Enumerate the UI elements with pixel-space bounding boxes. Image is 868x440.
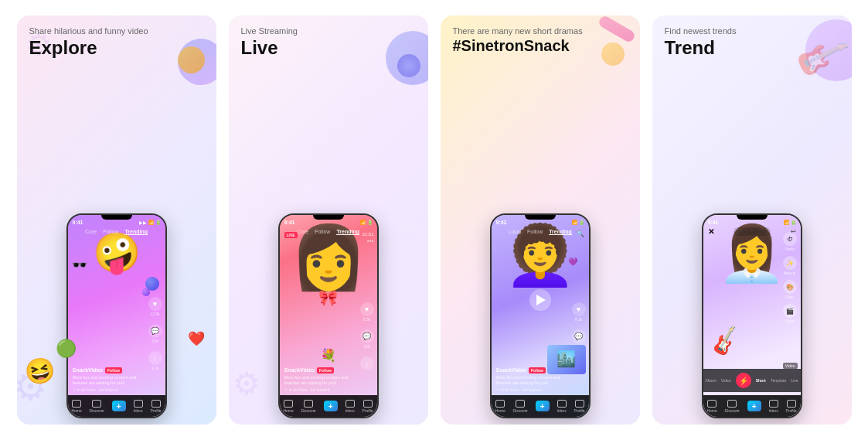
desc-explore: More fun and exciting content and featur… xyxy=(73,375,142,386)
live-badge: LIVE xyxy=(284,232,298,238)
phone-live: 👩 🎀 💐 9:41 📶 🔋 xyxy=(278,213,379,418)
option-video[interactable]: Video xyxy=(721,378,731,383)
live-viewers: ●●● xyxy=(366,238,373,243)
status-time: 9:41 xyxy=(73,220,83,225)
card-sinetron-subtitle: There are many new short dramas xyxy=(453,26,628,36)
glasses-emoji: 🕶️ xyxy=(72,258,87,272)
play-button-sinetron[interactable] xyxy=(529,289,551,311)
side-actions-explore: ♥ 12.3k 💬 234 ↓ 1.2k xyxy=(148,297,162,370)
option-live[interactable]: Live xyxy=(791,378,798,383)
card-trend-title: Trend xyxy=(665,37,839,59)
music-explore: ♫ in air flows · old leopard xyxy=(73,387,142,392)
phone-sinetron: 👩‍🦱 💜 9:41 📶 🔋 Local Foll xyxy=(490,213,591,418)
card-sinetron: There are many new short dramas #Sinetro… xyxy=(441,15,640,425)
search-icon[interactable]: 🔍 xyxy=(577,230,584,237)
record-button[interactable]: ⚡ xyxy=(736,373,751,388)
card-explore: ⚙ ⚙ Share hilarious and funny video Expl… xyxy=(17,15,216,425)
status-time-live: 9:41 xyxy=(284,220,295,225)
card-explore-subtitle: Share hilarious and funny video xyxy=(29,26,204,36)
option-template[interactable]: Template xyxy=(771,378,786,383)
live-timer: 21:51 xyxy=(362,232,373,237)
phone-explore: 🤪 🕶️ 9:41 ▶▶ 📶 🔋 xyxy=(66,213,167,418)
mini-video-thumbnail: 🏙️ xyxy=(547,345,586,374)
record-bar: Album Video ⚡ Short Template Live xyxy=(703,369,801,392)
card-sinetron-title: #SinetronSnack xyxy=(453,37,628,55)
nav-bar-explore: Home Discover + Inbox Profile xyxy=(68,395,165,417)
card-live-subtitle: Live Streaming xyxy=(241,26,416,36)
close-btn[interactable]: ✕ xyxy=(708,227,714,236)
card-explore-title: Explore xyxy=(29,37,204,59)
add-music-btn[interactable]: ♪ Add Music xyxy=(734,227,771,236)
phone-trend: 👩‍💼 🎸 9:41 📶 🔋 ✕ xyxy=(702,213,802,418)
username-explore: SnackVideo xyxy=(73,367,104,373)
card-trend: 🎸 Find newest trends Trend 👩‍💼 🎸 xyxy=(652,15,852,425)
phone-tabs-explore: Core Follow Trending xyxy=(68,229,165,235)
option-album[interactable]: Album xyxy=(706,378,717,383)
person-emoji: 🤪 xyxy=(93,230,141,275)
card-live: ⚙ Live Streaming Live 👩 🎀 💐 xyxy=(229,15,428,425)
user-info-explore: SnackVideo Follow More fun and exciting … xyxy=(73,367,142,392)
video-label-badge: Video xyxy=(783,363,798,369)
follow-btn-sinetron[interactable]: Follow xyxy=(529,367,546,373)
tab-core: Core xyxy=(85,229,97,235)
option-short[interactable]: Short xyxy=(756,378,766,383)
right-panel-trend: ⏱ Timer ✨ Beauty 🎨 Filter 🎬 xyxy=(779,229,801,369)
card-live-title: Live xyxy=(241,37,416,59)
emoji-deco-3: ❤️ xyxy=(188,330,205,347)
flip-camera-icon[interactable]: ↩ xyxy=(791,228,796,235)
follow-btn-explore[interactable]: Follow xyxy=(105,367,122,373)
follow-btn-live[interactable]: Follow xyxy=(317,367,334,373)
emoji-deco-2: 🟢 xyxy=(56,339,77,359)
main-container: ⚙ ⚙ Share hilarious and funny video Expl… xyxy=(9,8,859,432)
tab-trending: Trending xyxy=(124,229,148,235)
tab-follow: Follow xyxy=(103,229,118,235)
emoji-deco-1: 😆 xyxy=(22,354,58,388)
card-trend-subtitle: Find newest trends xyxy=(665,26,839,36)
